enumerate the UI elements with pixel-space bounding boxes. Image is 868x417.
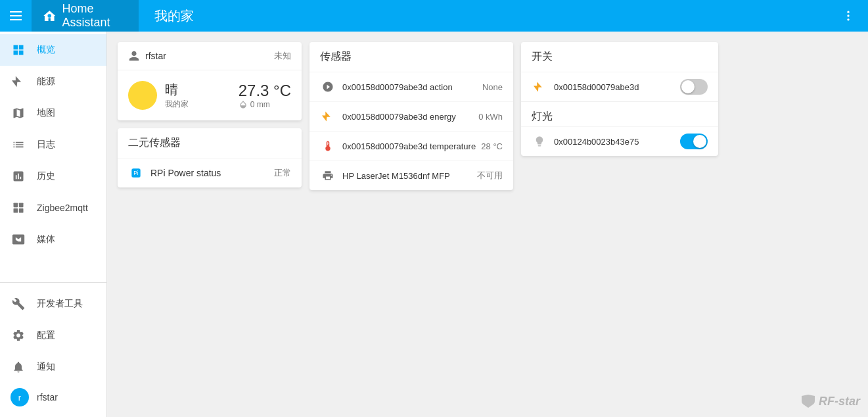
- config-icon: [11, 328, 26, 343]
- sidebar-label-history: 历史: [37, 170, 55, 182]
- map-icon: [11, 105, 26, 121]
- weather-condition: 晴: [165, 81, 189, 99]
- raspberry-icon: Pi: [128, 165, 144, 181]
- energy-icon: [320, 109, 336, 124]
- sidebar-item-map[interactable]: 地图: [0, 97, 106, 129]
- switch-toggle-0[interactable]: [680, 79, 708, 95]
- action-icon: [320, 79, 336, 95]
- sidebar-nav: 概览 能源 地图 日志: [0, 32, 106, 282]
- light-row-0: 0x00124b0023b43e75: [521, 126, 718, 156]
- switch-light-card: 开关 0x00158d00079abe3d 灯光: [521, 42, 718, 156]
- menu-button[interactable]: [0, 0, 32, 32]
- sensor-label-3: HP LaserJet M1536dnf MFP: [342, 171, 450, 181]
- weather-rain: 0 mm: [239, 100, 291, 109]
- watermark-text: RF-star: [819, 395, 860, 408]
- sensor-row-left-1: 0x00158d00079abe3d energy: [320, 109, 456, 124]
- sensor-label-1: 0x00158d00079abe3d energy: [342, 112, 456, 122]
- sidebar-item-overview[interactable]: 概览: [0, 34, 106, 66]
- sensor-row-0: 0x00158d00079abe3d action None: [309, 72, 513, 101]
- sidebar-label-zigbee2mqtt: Zigbee2mqtt: [37, 203, 88, 213]
- sidebar-item-logbook[interactable]: 日志: [0, 129, 106, 160]
- sidebar-item-energy[interactable]: 能源: [0, 66, 106, 97]
- sensor-row-3: HP LaserJet M1536dnf MFP 不可用: [309, 160, 513, 190]
- sun-icon: [128, 81, 157, 110]
- svg-point-1: [847, 11, 849, 13]
- weather-right: 27.3 °C 0 mm: [239, 82, 291, 109]
- lightning-icon: [11, 74, 26, 89]
- hamburger-icon: [10, 11, 22, 20]
- svg-rect-6: [14, 208, 18, 213]
- binary-sensor-row-left: Pi RPi Power status: [128, 165, 221, 181]
- column-1: rfstar 未知 晴 我的家 27.3 °C: [118, 42, 302, 187]
- sidebar-label-logbook: 日志: [37, 139, 55, 151]
- binary-sensor-card: 二元传感器 Pi RPi Power status 正常: [118, 128, 302, 187]
- sensor-label-2: 0x00158d00079abe3d temperature: [342, 141, 476, 151]
- light-icon: [532, 134, 547, 149]
- list-icon: [11, 137, 26, 153]
- svg-rect-5: [19, 203, 24, 208]
- svg-point-3: [847, 18, 849, 20]
- temp-icon: [320, 138, 336, 154]
- topbar: Home Assistant 我的家: [0, 0, 868, 32]
- weather-left: 晴 我的家: [128, 81, 189, 110]
- sidebar-item-media[interactable]: 媒体: [0, 224, 106, 255]
- svg-point-2: [847, 14, 849, 16]
- watermark-icon: [800, 393, 816, 409]
- sidebar-item-history[interactable]: 历史: [0, 160, 106, 192]
- sidebar-label-overview: 概览: [37, 44, 55, 56]
- sidebar-item-config[interactable]: 配置: [0, 320, 106, 351]
- watermark: RF-star: [800, 393, 860, 409]
- topbar-actions: [836, 4, 868, 28]
- more-options-button[interactable]: [836, 4, 860, 28]
- grid-icon: [11, 42, 26, 58]
- sensor-row-1: 0x00158d00079abe3d energy 0 kWh: [309, 101, 513, 131]
- main-content: rfstar 未知 晴 我的家 27.3 °C: [107, 32, 868, 417]
- more-vert-icon: [842, 9, 855, 22]
- sensor-card-title: 传感器: [309, 42, 513, 72]
- toggle-knob-0: [681, 80, 695, 93]
- person-icon: [128, 50, 140, 62]
- svg-text:Pi: Pi: [133, 170, 139, 176]
- binary-sensor-value-0: 正常: [274, 167, 291, 179]
- weather-rain-value: 0 mm: [250, 100, 270, 109]
- chart-icon: [11, 168, 26, 184]
- switch-row-0: 0x00158d00079abe3d: [521, 72, 718, 101]
- sidebar-user[interactable]: r rfstar: [0, 383, 106, 412]
- sensor-row-left-2: 0x00158d00079abe3d temperature: [320, 138, 476, 154]
- username-label: rfstar: [37, 392, 58, 403]
- binary-sensor-label-0: RPi Power status: [150, 168, 221, 178]
- sidebar-item-zigbee2mqtt[interactable]: Zigbee2mqtt: [0, 192, 106, 224]
- weather-temperature: 27.3 °C: [239, 82, 291, 100]
- light-toggle-0[interactable]: [680, 134, 708, 149]
- dev-icon: [11, 296, 26, 312]
- switch-section-title: 开关: [521, 42, 718, 72]
- sidebar-label-media: 媒体: [37, 233, 55, 245]
- app-logo: Home Assistant: [32, 0, 139, 32]
- rain-icon: [239, 100, 248, 109]
- sensor-label-0: 0x00158d00079abe3d action: [342, 82, 453, 92]
- light-toggle-knob-0: [693, 135, 706, 148]
- sensor-row-left-0: 0x00158d00079abe3d action: [320, 79, 453, 95]
- sidebar-bottom: 开发者工具 配置 通知 r rfstar: [0, 282, 106, 417]
- weather-user: rfstar: [128, 50, 166, 62]
- sidebar-label-config: 配置: [37, 330, 55, 341]
- column-3: 开关 0x00158d00079abe3d 灯光: [521, 42, 718, 156]
- sensor-value-2: 28 °C: [481, 141, 503, 151]
- sidebar-item-developer[interactable]: 开发者工具: [0, 288, 106, 320]
- sensor-row-2: 0x00158d00079abe3d temperature 28 °C: [309, 131, 513, 160]
- weather-card: rfstar 未知 晴 我的家 27.3 °C: [118, 42, 302, 120]
- layout: 概览 能源 地图 日志: [0, 32, 868, 417]
- ha-logo-icon: [42, 7, 57, 25]
- column-2: 传感器 0x00158d00079abe3d action None: [309, 42, 513, 190]
- sensor-card: 传感器 0x00158d00079abe3d action None: [309, 42, 513, 190]
- sidebar-label-map: 地图: [37, 107, 55, 119]
- sidebar-item-notify[interactable]: 通知: [0, 351, 106, 383]
- avatar: r: [11, 388, 29, 406]
- switch-row-left-0: 0x00158d00079abe3d: [532, 79, 639, 95]
- switch-icon: [532, 79, 547, 95]
- svg-rect-7: [19, 208, 24, 213]
- light-section-title: 灯光: [521, 101, 718, 126]
- weather-body: 晴 我的家 27.3 °C 0 mm: [118, 70, 302, 120]
- sensor-row-left-3: HP LaserJet M1536dnf MFP: [320, 168, 450, 184]
- sensor-value-1: 0 kWh: [478, 112, 503, 122]
